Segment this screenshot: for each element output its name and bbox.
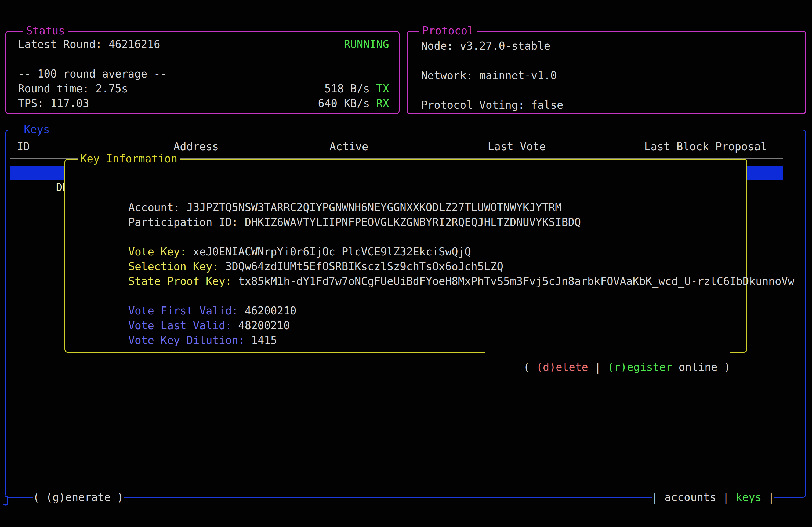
terminal-screen: Status Latest Round: 46216216 RUNNING --… xyxy=(0,0,812,527)
generate-button[interactable]: ( (g)enerate ) xyxy=(33,490,124,505)
latest-round-text: Latest Round: 46216216 xyxy=(18,37,160,52)
column-header-last-vote: Last Vote xyxy=(488,139,546,154)
tab-keys[interactable]: keys xyxy=(736,490,762,505)
status-panel: Status Latest Round: 46216216 RUNNING --… xyxy=(5,31,400,114)
tab-separator: | xyxy=(723,490,729,505)
spacer-row xyxy=(18,52,389,66)
account-label: Account: xyxy=(128,201,187,214)
tx-rate-group: 518 B/s TX xyxy=(324,81,389,96)
status-panel-title: Status xyxy=(23,23,68,38)
state-proof-key-label: State Proof Key: xyxy=(128,275,238,287)
column-header-active: Active xyxy=(330,139,368,154)
key-information-body: Account: J3JPZTQ5NSW3TARRC2QIYPGNWNH6NEY… xyxy=(65,160,746,333)
column-header-last-block-proposal: Last Block Proposal xyxy=(644,139,767,154)
protocol-panel: Protocol Node: v3.27.0-stable Network: m… xyxy=(407,31,806,114)
rx-label: RX xyxy=(376,96,389,111)
spacer-row xyxy=(421,54,796,68)
protocol-voting-text: Protocol Voting: false xyxy=(421,98,563,112)
stray-glyph: J xyxy=(3,495,10,507)
round-time-text: Round time: 2.75s xyxy=(18,81,128,96)
keys-panel-title: Keys xyxy=(21,122,52,137)
register-online-text: online xyxy=(672,361,717,373)
vote-key-label: Vote Key: xyxy=(128,245,193,258)
account-value: J3JPZTQ5NSW3TARRC2QIYPGNWNH6NEYGGNXXKODL… xyxy=(186,201,562,214)
average-header-row: -- 100 round average -- xyxy=(18,66,389,81)
vote-first-valid-value: 46200210 xyxy=(245,304,296,317)
protocol-voting-row: Protocol Voting: false xyxy=(421,98,796,112)
vote-last-valid-value: 48200210 xyxy=(238,319,290,332)
actions-close-paren: ) xyxy=(717,361,730,373)
key-information-modal: Key Information Account: J3JPZTQ5NSW3TAR… xyxy=(64,159,747,352)
latest-round-row: Latest Round: 46216216 RUNNING xyxy=(18,37,389,52)
participation-id-label: Participation ID: xyxy=(128,216,245,228)
vote-key-row: Vote Key: xeJ0ENIACWNrpYi0r6IjOc_PlcVCE9… xyxy=(76,230,738,244)
average-header-text: -- 100 round average -- xyxy=(18,66,167,81)
tab-separator: | xyxy=(652,490,658,505)
tx-label: TX xyxy=(376,81,389,96)
vote-key-dilution-value: 1415 xyxy=(251,334,277,346)
account-row: Account: J3JPZTQ5NSW3TARRC2QIYPGNWNH6NEY… xyxy=(76,185,738,200)
vote-first-valid-row: Vote First Valid: 46200210 xyxy=(76,289,738,303)
column-header-id: ID xyxy=(17,139,30,154)
participation-id-value: DHKIZ6WAVTYLIIPNFPEOVGLKZGNBYRI2RQEQJHLT… xyxy=(245,216,581,228)
actions-open-paren: ( xyxy=(523,361,536,373)
protocol-panel-title: Protocol xyxy=(419,23,477,38)
tab-accounts[interactable]: accounts xyxy=(665,490,716,505)
selection-key-label: Selection Key: xyxy=(128,260,225,273)
spacer-row xyxy=(421,83,796,98)
rx-rate-value: 640 KB/s xyxy=(318,96,370,111)
vote-key-value: xeJ0ENIACWNrpYi0r6IjOc_PlcVCE9lZ32EkciSw… xyxy=(193,245,471,258)
tab-separator: | xyxy=(768,490,774,505)
tps-text: TPS: 117.03 xyxy=(18,96,89,111)
actions-divider: | xyxy=(588,361,607,373)
vote-first-valid-label: Vote First Valid: xyxy=(128,304,245,317)
selection-key-value: 3DQw64zdIUMt5EfOSRBIKsczlSz9chTsOx6oJch5… xyxy=(225,260,504,273)
tps-row: TPS: 117.03 640 KB/s RX xyxy=(18,96,389,111)
tx-rate-value: 518 B/s xyxy=(324,81,370,96)
node-version-row: Node: v3.27.0-stable xyxy=(421,39,796,54)
rx-rate-group: 640 KB/s RX xyxy=(318,96,389,111)
delete-button[interactable]: (d)elete xyxy=(536,361,588,373)
state-proof-key-value: tx85kM1h-dY1Fd7w7oNCgFUeUiBdFYoeH8MxPhTv… xyxy=(238,275,794,287)
key-information-title: Key Information xyxy=(77,151,180,166)
modal-actions: ( (d)elete | (r)egister online ) xyxy=(485,345,730,360)
protocol-body: Node: v3.27.0-stable Network: mainnet-v1… xyxy=(408,32,805,112)
node-version-text: Node: v3.27.0-stable xyxy=(421,39,550,54)
vote-last-valid-label: Vote Last Valid: xyxy=(128,319,238,332)
vote-key-dilution-label: Vote Key Dilution: xyxy=(128,334,251,346)
network-text: Network: mainnet-v1.0 xyxy=(421,68,557,83)
tab-bar: | accounts | keys | xyxy=(652,490,774,505)
network-row: Network: mainnet-v1.0 xyxy=(421,68,796,83)
register-button[interactable]: (r)egister xyxy=(607,361,672,373)
status-body: Latest Round: 46216216 RUNNING -- 100 ro… xyxy=(6,32,399,111)
node-state-badge: RUNNING xyxy=(344,37,389,52)
round-time-row: Round time: 2.75s 518 B/s TX xyxy=(18,81,389,96)
column-header-address: Address xyxy=(173,139,219,154)
